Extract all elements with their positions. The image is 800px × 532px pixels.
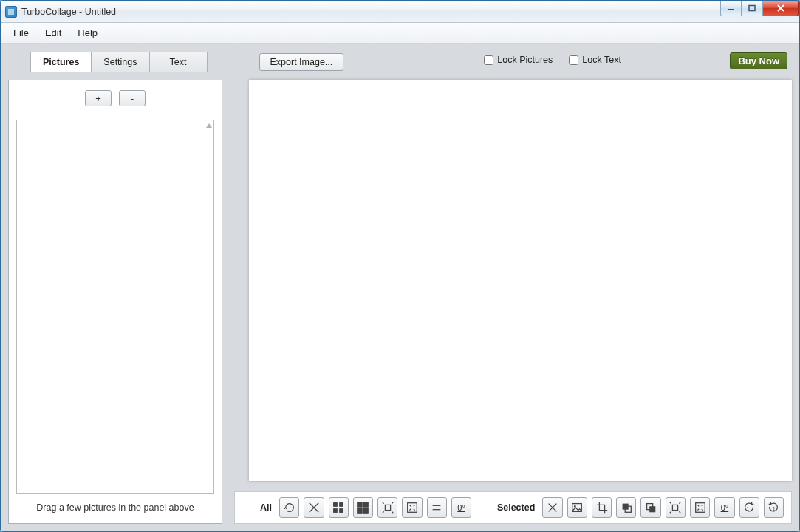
tab-text[interactable]: Text xyxy=(150,52,208,72)
group-all-label: All xyxy=(260,502,272,513)
lock-text-input[interactable] xyxy=(569,55,578,65)
svg-rect-10 xyxy=(358,502,362,507)
pictures-panel: + - Drag a few pictures in the panel abo… xyxy=(8,80,222,524)
scroll-up-icon xyxy=(206,122,212,128)
svg-rect-27 xyxy=(695,503,705,513)
sel-bring-front-button[interactable] xyxy=(616,497,636,518)
menu-edit[interactable]: Edit xyxy=(38,24,68,41)
contract-in-icon xyxy=(406,501,419,514)
svg-text:1: 1 xyxy=(747,506,750,511)
lock-pictures-input[interactable] xyxy=(484,55,493,65)
remove-picture-button[interactable]: - xyxy=(119,90,146,106)
svg-point-21 xyxy=(574,505,576,508)
align-icon xyxy=(430,501,443,514)
grid-large-icon xyxy=(356,501,369,514)
sel-rotate-cw-button[interactable]: 1 xyxy=(764,497,784,518)
all-refresh-button[interactable] xyxy=(279,497,299,518)
image-icon xyxy=(570,501,584,514)
all-grid-small-button[interactable] xyxy=(329,497,349,518)
main-row: + - Drag a few pictures in the panel abo… xyxy=(8,80,792,524)
add-remove-bar: + - xyxy=(16,90,214,106)
all-align-button[interactable] xyxy=(427,497,447,518)
work-area: Pictures Settings Text Export Image... L… xyxy=(1,44,799,531)
minimize-button[interactable] xyxy=(720,1,742,16)
lock-pictures-label: Lock Pictures xyxy=(497,55,553,65)
lock-text-checkbox[interactable]: Lock Text xyxy=(569,55,621,65)
app-icon xyxy=(5,6,17,18)
menu-bar: File Edit Help xyxy=(1,23,799,44)
sel-fit-out-button[interactable] xyxy=(666,497,686,518)
svg-rect-15 xyxy=(408,503,417,513)
refresh-icon xyxy=(283,501,296,514)
picture-list[interactable] xyxy=(16,120,214,494)
bottom-toolbar: All xyxy=(234,491,792,524)
svg-rect-6 xyxy=(334,503,338,507)
delete-icon xyxy=(546,501,559,514)
lock-options: Lock Pictures Lock Text xyxy=(484,55,621,65)
svg-rect-13 xyxy=(363,508,368,513)
export-image-button[interactable]: Export Image... xyxy=(259,53,344,71)
sel-fit-in-button[interactable] xyxy=(690,497,710,518)
all-shuffle-button[interactable] xyxy=(304,497,324,518)
canvas-area: All xyxy=(234,80,792,524)
zero-deg-label: 0° xyxy=(457,503,465,512)
menu-help[interactable]: Help xyxy=(71,24,104,41)
close-button[interactable] xyxy=(763,1,799,16)
svg-rect-14 xyxy=(385,505,390,510)
all-fit-out-button[interactable] xyxy=(377,497,397,518)
svg-rect-1 xyxy=(749,6,755,11)
sel-crop-button[interactable] xyxy=(592,497,612,518)
group-selected-label: Selected xyxy=(497,502,535,513)
crop-icon xyxy=(595,501,609,514)
shuffle-icon xyxy=(307,501,321,514)
expand-out-icon xyxy=(669,501,682,514)
sel-reset-rotation-button[interactable]: 0° xyxy=(714,497,734,518)
sel-image-button[interactable] xyxy=(567,497,587,518)
send-back-icon xyxy=(644,501,657,514)
svg-rect-26 xyxy=(673,505,678,510)
svg-rect-11 xyxy=(363,502,368,507)
svg-rect-20 xyxy=(572,504,582,512)
svg-rect-12 xyxy=(358,508,362,513)
drag-hint: Drag a few pictures in the panel above xyxy=(16,494,214,516)
menu-file[interactable]: File xyxy=(7,24,35,41)
sel-delete-button[interactable] xyxy=(542,497,562,518)
contract-in-icon xyxy=(694,501,707,514)
rotate-cw-icon: 1 xyxy=(767,501,780,514)
lock-pictures-checkbox[interactable]: Lock Pictures xyxy=(484,55,553,65)
buy-now-button[interactable]: Buy Now xyxy=(730,52,787,69)
window-controls xyxy=(720,1,799,16)
sel-rotate-ccw-button[interactable]: 1 xyxy=(739,497,759,518)
grid-small-icon xyxy=(332,501,345,514)
expand-out-icon xyxy=(381,501,394,514)
top-strip: Pictures Settings Text Export Image... L… xyxy=(8,52,792,80)
sel-send-back-button[interactable] xyxy=(640,497,660,518)
rotate-ccw-icon: 1 xyxy=(742,501,756,514)
app-window: TurboCollage - Untitled File Edit Help P… xyxy=(0,0,800,532)
tab-pictures[interactable]: Pictures xyxy=(30,52,92,72)
all-reset-rotation-button[interactable]: 0° xyxy=(451,497,471,518)
add-picture-button[interactable]: + xyxy=(85,90,112,106)
zero-deg-label: 0° xyxy=(721,503,729,512)
svg-rect-8 xyxy=(334,509,338,513)
window-title: TurboCollage - Untitled xyxy=(21,7,116,17)
svg-rect-9 xyxy=(340,509,343,513)
bring-front-icon xyxy=(620,501,633,514)
svg-text:1: 1 xyxy=(773,506,776,511)
svg-rect-7 xyxy=(340,503,343,507)
tab-settings[interactable]: Settings xyxy=(92,52,149,72)
collage-canvas[interactable] xyxy=(249,80,792,481)
all-grid-large-button[interactable] xyxy=(353,497,373,518)
title-bar: TurboCollage - Untitled xyxy=(1,1,799,23)
lock-text-label: Lock Text xyxy=(582,55,621,65)
left-tabs: Pictures Settings Text xyxy=(30,52,208,72)
maximize-button[interactable] xyxy=(742,1,763,16)
all-fit-in-button[interactable] xyxy=(402,497,422,518)
